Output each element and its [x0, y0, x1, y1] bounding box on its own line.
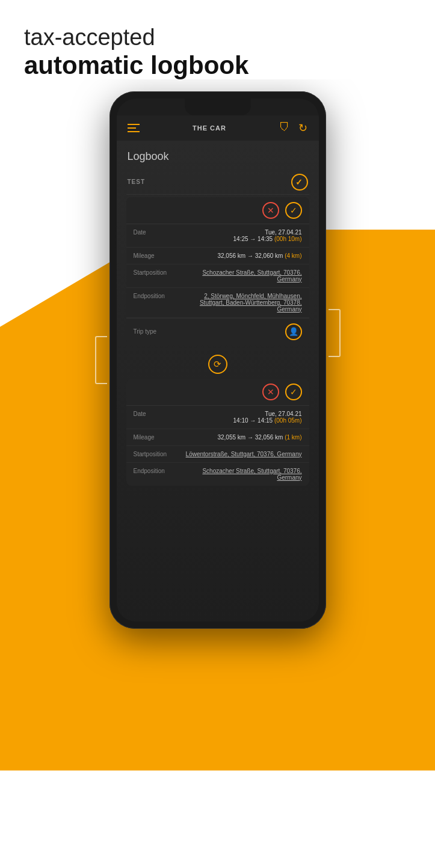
confirm-button-1[interactable]: ✓	[285, 202, 302, 219]
sync-icon[interactable]: ⟳	[208, 355, 227, 374]
endpos-label-2: Endposition	[134, 468, 182, 474]
time-text-2: 14:10 → 14:15	[233, 417, 274, 424]
bracket-right-decoration	[329, 309, 341, 357]
triptype-label-1: Trip type	[134, 328, 182, 335]
trip-card-1: ✕ ✓ Date Tue, 27.04.21 14:25 → 14:35 (00…	[126, 197, 309, 345]
date-label-1: Date	[134, 229, 182, 236]
hero-title: automatic logbook	[24, 52, 411, 79]
hamburger-line-3	[128, 131, 140, 132]
startpos-label-2: Startposition	[134, 451, 182, 457]
phone-notch	[185, 99, 251, 115]
bracket-left-decoration	[95, 336, 107, 384]
phone-mockup: THE CAR ⛉ ↻ Logbook TEST ✓	[110, 91, 326, 629]
person-icon-1[interactable]: 👤	[285, 323, 302, 340]
date-label-2: Date	[134, 411, 182, 417]
mileage-value-1: 32,056 km → 32,060 km (4 km)	[182, 252, 302, 259]
hamburger-line-2	[128, 127, 136, 129]
hamburger-menu[interactable]	[128, 124, 140, 132]
hero-subtitle: tax-accepted	[24, 24, 411, 52]
time-text-1: 14:25 → 14:35	[233, 236, 274, 242]
mileage-label-1: Mileage	[134, 252, 182, 259]
startpos-label-1: Startposition	[134, 269, 182, 276]
endpos-value-1[interactable]: 2, Störweg, Mönchfeld, Mühlhausen, Stutt…	[182, 293, 302, 313]
trip-1-actions: ✕ ✓	[126, 197, 309, 224]
test-label: TEST ✓	[126, 170, 309, 195]
phone-outer: THE CAR ⛉ ↻ Logbook TEST ✓	[110, 91, 326, 629]
phone-screen: THE CAR ⛉ ↻ Logbook TEST ✓	[117, 99, 319, 622]
startpos-value-2[interactable]: Löwentorstraße, Stuttgart, 70376, German…	[182, 451, 302, 457]
background-wrapper: THE CAR ⛉ ↻ Logbook TEST ✓	[0, 79, 435, 771]
endpos-row-2: Endposition Schozacher Straße, Stuttgart…	[126, 463, 309, 486]
startpos-value-1[interactable]: Schozacher Straße, Stuttgart, 70376, Ger…	[182, 269, 302, 283]
triptype-row-1: Trip type 👤	[126, 318, 309, 345]
date-value-1: Tue, 27.04.21 14:25 → 14:35 (00h 10m)	[182, 229, 302, 242]
mileage-diff-1: (4 km)	[285, 252, 301, 259]
date-text-1: Tue, 27.04.21	[265, 229, 301, 236]
cancel-button-1[interactable]: ✕	[262, 202, 279, 219]
date-text-2: Tue, 27.04.21	[265, 411, 301, 417]
date-row-2: Date Tue, 27.04.21 14:10 → 14:15 (00h 05…	[126, 406, 309, 429]
logbook-title: Logbook	[126, 150, 309, 163]
endpos-label-1: Endposition	[134, 293, 182, 299]
app-header: THE CAR ⛉ ↻	[117, 115, 319, 141]
endpos-value-2[interactable]: Schozacher Straße, Stuttgart, 70376, Ger…	[182, 468, 302, 481]
mileage-diff-2: (1 km)	[285, 434, 301, 441]
duration-2: (00h 05m)	[274, 417, 302, 424]
duration-1: (00h 10m)	[274, 236, 302, 242]
startpos-row-1: Startposition Schozacher Straße, Stuttga…	[126, 264, 309, 288]
refresh-icon[interactable]: ↻	[298, 121, 307, 135]
header-icons: ⛉ ↻	[279, 121, 307, 135]
mileage-row-2: Mileage 32,055 km → 32,056 km (1 km)	[126, 429, 309, 446]
startpos-row-2: Startposition Löwentorstraße, Stuttgart,…	[126, 446, 309, 463]
test-text: TEST	[128, 179, 146, 185]
endpos-row-1: Endposition 2, Störweg, Mönchfeld, Mühlh…	[126, 288, 309, 318]
hero-section: tax-accepted automatic logbook	[0, 0, 435, 79]
app-car-title: THE CAR	[193, 124, 226, 132]
cancel-button-2[interactable]: ✕	[262, 384, 279, 400]
confirm-button-2[interactable]: ✓	[285, 384, 302, 400]
mileage-row-1: Mileage 32,056 km → 32,060 km (4 km)	[126, 248, 309, 264]
sync-button-area: ⟳	[126, 350, 309, 379]
hamburger-line-1	[128, 124, 140, 125]
confirm-icon-test[interactable]: ✓	[291, 174, 308, 191]
date-row-1: Date Tue, 27.04.21 14:25 → 14:35 (00h 10…	[126, 224, 309, 248]
filter-icon[interactable]: ⛉	[279, 121, 290, 134]
trip-2-actions: ✕ ✓	[126, 379, 309, 406]
trip-card-2: ✕ ✓ Date Tue, 27.04.21 14:10 → 14:15 (00…	[126, 379, 309, 486]
mileage-label-2: Mileage	[134, 434, 182, 441]
mileage-value-2: 32,055 km → 32,056 km (1 km)	[182, 434, 302, 441]
app-content: Logbook TEST ✓ ✕ ✓ Date	[117, 141, 319, 622]
date-value-2: Tue, 27.04.21 14:10 → 14:15 (00h 05m)	[182, 411, 302, 424]
